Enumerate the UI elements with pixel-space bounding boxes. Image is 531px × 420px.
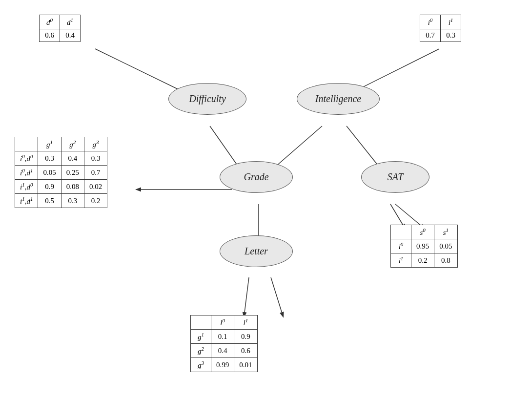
- grade-row-i1d0: i1,d0: [15, 180, 38, 194]
- grade-row-i0d0: i0,d0: [15, 151, 38, 166]
- sat-col-empty: [391, 225, 411, 239]
- grade-table: g1 g2 g3 i0,d0 0.3 0.4 0.3 i0,d1 0.05 0.…: [15, 137, 107, 208]
- grade-label: Grade: [244, 171, 268, 183]
- sat-val-i0-s0: 0.95: [411, 239, 434, 253]
- letter-val-g3-l1: 0.01: [234, 358, 257, 372]
- intelligence-node: Intelligence: [297, 83, 380, 115]
- letter-node: Letter: [220, 235, 293, 267]
- sat-label: SAT: [388, 171, 404, 183]
- grade-row-i1d1: i1,d1: [15, 194, 38, 208]
- sat-table: s0 s1 i0 0.95 0.05 i1 0.2 0.8: [390, 225, 458, 268]
- grade-val-i1d1-g2: 0.3: [61, 194, 84, 208]
- grade-val-i1d0-g1: 0.9: [38, 180, 61, 194]
- grade-col-empty: [15, 137, 38, 151]
- sat-row-i1: i1: [391, 253, 411, 268]
- sat-val-i0-s1: 0.05: [434, 239, 457, 253]
- difficulty-val-d1: 0.4: [60, 29, 81, 42]
- difficulty-val-d0: 0.6: [40, 29, 60, 42]
- grade-row-i0d1: i0,d1: [15, 166, 38, 180]
- sat-col-s1: s1: [434, 225, 457, 239]
- intelligence-col-i0: i0: [420, 15, 441, 29]
- svg-line-6: [244, 277, 249, 316]
- grade-val-i0d1-g2: 0.25: [61, 166, 84, 180]
- sat-node: SAT: [361, 161, 429, 193]
- letter-row-g3: g3: [191, 358, 211, 372]
- grade-val-i0d0-g1: 0.3: [38, 151, 61, 166]
- intelligence-table: i0 i1 0.7 0.3: [420, 15, 461, 42]
- letter-col-l0: l0: [211, 315, 234, 330]
- intelligence-col-i1: i1: [441, 15, 461, 29]
- sat-val-i1-s1: 0.8: [434, 253, 457, 268]
- grade-val-i0d1-g3: 0.7: [84, 166, 107, 180]
- letter-col-empty: [191, 315, 211, 330]
- letter-row-g2: g2: [191, 344, 211, 358]
- grade-val-i1d1-g3: 0.2: [84, 194, 107, 208]
- grade-val-i1d1-g1: 0.5: [38, 194, 61, 208]
- sat-col-s0: s0: [411, 225, 434, 239]
- letter-val-g3-l0: 0.99: [211, 358, 234, 372]
- difficulty-node: Difficulty: [168, 83, 246, 115]
- grade-val-i1d0-g3: 0.02: [84, 180, 107, 194]
- intelligence-label: Intelligence: [315, 93, 361, 105]
- svg-line-0: [95, 49, 190, 95]
- grade-col-g2: g2: [61, 137, 84, 151]
- intelligence-val-i0: 0.7: [420, 29, 441, 42]
- difficulty-col-d0: d0: [40, 15, 60, 29]
- network-arrows: [0, 0, 531, 420]
- letter-table: l0 l1 g1 0.1 0.9 g2 0.4 0.6 g3 0.99 0.01: [190, 315, 258, 372]
- letter-val-g1-l0: 0.1: [211, 330, 234, 344]
- sat-val-i1-s0: 0.2: [411, 253, 434, 268]
- letter-val-g2-l0: 0.4: [211, 344, 234, 358]
- letter-val-g1-l1: 0.9: [234, 330, 257, 344]
- bayesian-network-diagram: Difficulty Intelligence Grade SAT Letter…: [0, 0, 531, 420]
- grade-val-i0d0-g3: 0.3: [84, 151, 107, 166]
- difficulty-table: d0 d1 0.6 0.4: [39, 15, 81, 42]
- letter-label: Letter: [245, 246, 268, 257]
- intelligence-val-i1: 0.3: [441, 29, 461, 42]
- grade-val-i1d0-g2: 0.08: [61, 180, 84, 194]
- sat-row-i0: i0: [391, 239, 411, 253]
- grade-col-g1: g1: [38, 137, 61, 151]
- grade-val-i0d0-g2: 0.4: [61, 151, 84, 166]
- difficulty-col-d1: d1: [60, 15, 81, 29]
- letter-row-g1: g1: [191, 330, 211, 344]
- letter-col-l1: l1: [234, 315, 257, 330]
- svg-line-7: [271, 277, 283, 316]
- letter-val-g2-l1: 0.6: [234, 344, 257, 358]
- difficulty-label: Difficulty: [189, 93, 226, 105]
- grade-node: Grade: [220, 161, 293, 193]
- grade-col-g3: g3: [84, 137, 107, 151]
- grade-val-i0d1-g1: 0.05: [38, 166, 61, 180]
